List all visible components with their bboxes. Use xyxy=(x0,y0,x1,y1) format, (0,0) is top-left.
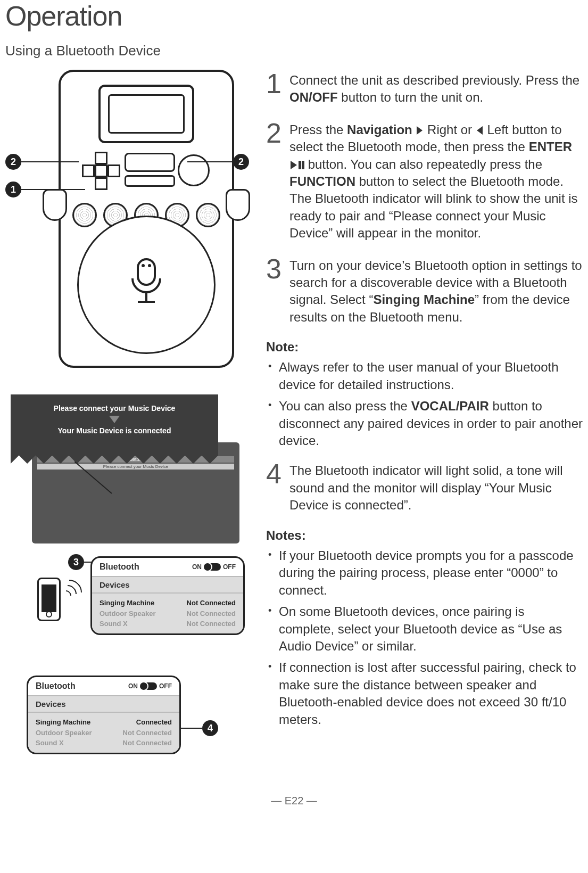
callout-2-right: 2 xyxy=(233,154,249,170)
bt-settings-card-2: Bluetooth ONOFF Devices Singing MachineC… xyxy=(27,676,181,754)
step-3: 3 Turn on your device’s Bluetooth option… xyxy=(266,255,583,326)
overlay-line-1: Please connect your Music Device xyxy=(11,404,218,413)
note-item: On some Bluetooth devices, once pairing … xyxy=(268,603,583,655)
bt-toggle: ONOFF xyxy=(192,563,236,571)
enter-dial xyxy=(178,154,210,186)
page-title: Operation xyxy=(5,0,583,32)
device-row: Singing MachineNot Connected xyxy=(100,598,236,608)
karaoke-unit-outline xyxy=(59,70,234,368)
note-item: If connection is lost after successful p… xyxy=(268,659,583,728)
left-handle xyxy=(43,189,67,221)
callout-3: 3 xyxy=(68,554,84,570)
down-arrow-icon xyxy=(109,416,120,423)
speaker-grille xyxy=(77,216,216,354)
devices-heading: Devices xyxy=(92,576,243,594)
page-number: E22 xyxy=(5,795,583,807)
instructions-column: 1 Connect the unit as described previous… xyxy=(266,70,583,779)
play-pause-icon xyxy=(289,161,304,169)
overlay-line-2: Your Music Device is connected xyxy=(11,426,218,435)
device-screen xyxy=(98,85,194,143)
step-4: 4 The Bluetooth indicator will light sol… xyxy=(266,460,583,514)
bt-toggle: ONOFF xyxy=(128,682,172,690)
device-row: Sound XNot Connected xyxy=(100,619,236,629)
callout-2-left: 2 xyxy=(5,154,21,170)
svg-rect-0 xyxy=(138,259,155,285)
bt-title: Bluetooth xyxy=(36,681,76,691)
button-strip xyxy=(125,175,175,187)
step-text: Press the Navigation Right or Left butto… xyxy=(289,119,583,242)
step-number: 3 xyxy=(266,255,289,326)
step-number: 4 xyxy=(266,460,289,514)
bt-settings-card-1: Bluetooth ONOFF Devices Singing MachineN… xyxy=(90,556,245,635)
monitor-illustration: singing machine Bluetooth Please connect… xyxy=(11,394,239,543)
section-subtitle: Using a Bluetooth Device xyxy=(5,43,583,59)
microphone-icon xyxy=(125,257,168,312)
step-1: 1 Connect the unit as described previous… xyxy=(266,70,583,106)
navigation-dpad xyxy=(82,152,120,190)
note-item: Always refer to the user manual of your … xyxy=(268,359,583,393)
notes-list-2: If your Bluetooth device prompts you for… xyxy=(266,547,583,728)
svg-point-2 xyxy=(148,264,151,267)
step-2: 2 Press the Navigation Right or Left but… xyxy=(266,119,583,242)
device-row: Sound XNot Connected xyxy=(36,738,172,748)
callout-1: 1 xyxy=(5,182,21,197)
smartphone-icon xyxy=(37,578,61,621)
svg-line-5 xyxy=(74,462,112,493)
notes-list-1: Always refer to the user manual of your … xyxy=(266,359,583,449)
step-number: 1 xyxy=(266,70,289,106)
device-illustration: 1 2 2 xyxy=(5,70,250,378)
step-text: Connect the unit as described previously… xyxy=(289,70,583,106)
notes-heading: Notes: xyxy=(266,527,583,544)
device-row: Outdoor SpeakerNot Connected xyxy=(100,608,236,619)
illustrations-column: 1 2 2 singing machine Bluetooth Please c… xyxy=(5,70,250,779)
left-triangle-icon xyxy=(477,126,483,135)
step-text: The Bluetooth indicator will light solid… xyxy=(289,460,583,514)
device-row: Outdoor SpeakerNot Connected xyxy=(36,728,172,738)
note-heading: Note: xyxy=(266,339,583,356)
monitor-status-text: Please connect your Music Device xyxy=(37,464,234,470)
monitor-overlay-tooltip: Please connect your Music Device Your Mu… xyxy=(11,394,218,464)
bluetooth-panel-step4: Bluetooth ONOFF Devices Singing MachineC… xyxy=(5,676,250,766)
callout-4: 4 xyxy=(202,720,218,736)
device-row: Singing MachineConnected xyxy=(36,717,172,728)
bluetooth-panel-step3: Bluetooth ONOFF Devices Singing MachineN… xyxy=(5,556,250,663)
note-item: You can also press the VOCAL/PAIR button… xyxy=(268,398,583,449)
note-item: If your Bluetooth device prompts you for… xyxy=(268,547,583,599)
display-strip xyxy=(125,153,175,172)
bt-title: Bluetooth xyxy=(100,562,139,572)
devices-heading: Devices xyxy=(28,695,179,713)
right-handle xyxy=(226,189,250,221)
right-triangle-icon xyxy=(417,126,423,135)
step-number: 2 xyxy=(266,119,289,242)
svg-point-1 xyxy=(142,264,145,267)
step-text: Turn on your device’s Bluetooth option i… xyxy=(289,255,583,326)
